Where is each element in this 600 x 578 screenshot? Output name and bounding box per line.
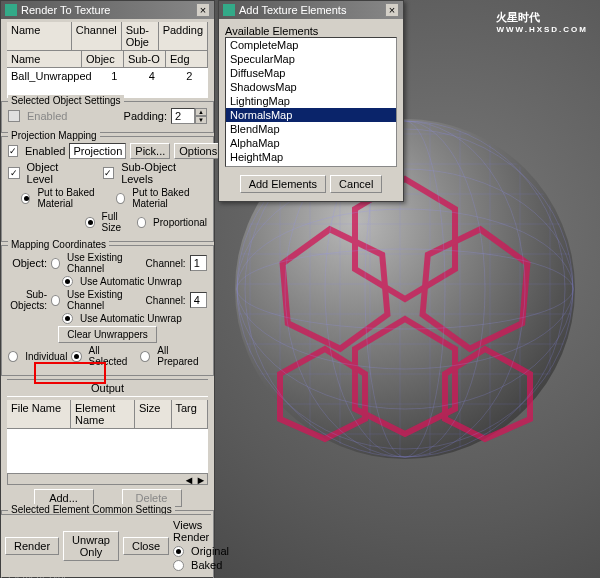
individual-radio[interactable] <box>8 351 18 362</box>
table-row[interactable]: Ball_Unwrapped 1 4 2 <box>7 68 208 84</box>
close-icon[interactable]: × <box>196 3 210 17</box>
close-icon[interactable]: × <box>385 3 399 17</box>
list-item[interactable]: LightingMap <box>226 94 396 108</box>
col-name[interactable]: Name <box>7 22 72 50</box>
enabled-checkbox <box>8 110 20 122</box>
padding-spinner[interactable]: 2 ▲▼ <box>171 108 207 124</box>
elements-listbox[interactable]: CompleteMapSpecularMapDiffuseMapShadowsM… <box>225 37 397 167</box>
unwrap-only-button[interactable]: Unwrap Only <box>63 531 119 561</box>
channel-4-input[interactable]: 4 <box>190 292 207 308</box>
baked-radio[interactable] <box>173 560 184 571</box>
list-item[interactable]: HeightMap <box>226 150 396 164</box>
list-item[interactable]: DiffuseMap <box>226 66 396 80</box>
panel-titlebar[interactable]: Render To Texture × <box>1 1 214 19</box>
output-table: File Name Element Name Size Targ ◄ ► Add… <box>7 400 208 507</box>
table-subheader-row: Name Objec Sub-O Edg <box>7 51 208 68</box>
obj-existing-radio[interactable] <box>51 258 60 269</box>
sub-object-levels-checkbox[interactable] <box>103 167 115 179</box>
scroll-left-icon[interactable]: ◄ <box>183 474 195 484</box>
col-channel[interactable]: Channel <box>72 22 122 50</box>
render-to-texture-panel: Render To Texture × Name Channel Sub-Obj… <box>0 0 215 578</box>
available-elements-label: Available Elements <box>225 25 397 37</box>
original-radio[interactable] <box>173 546 184 557</box>
all-prepared-radio[interactable] <box>140 351 150 362</box>
bottom-bar: Render Unwrap Only Close Views Render Or… <box>1 514 211 577</box>
put-baked-radio-2[interactable] <box>116 193 125 204</box>
subobj-existing-radio[interactable] <box>51 295 60 306</box>
dialog-title: Add Texture Elements <box>239 4 346 16</box>
col-element[interactable]: Element Name <box>71 400 135 428</box>
add-elements-button[interactable]: Add Elements <box>240 175 326 193</box>
objects-table: Name Channel Sub-Obje Padding Name Objec… <box>7 22 208 98</box>
list-item[interactable]: AlphaMap <box>226 136 396 150</box>
list-item[interactable]: NormalsMap <box>226 108 396 122</box>
scroll-right-icon[interactable]: ► <box>195 474 207 484</box>
list-item[interactable]: Ambient Occlusion (MR) <box>226 164 396 167</box>
col-targ[interactable]: Targ <box>172 400 209 428</box>
projection-mapping-group: Projection Mapping Enabled Projection Pi… <box>1 136 214 242</box>
watermark-logo: 火星时代 WWW.HXSD.COM <box>496 8 588 34</box>
clear-unwrappers-button[interactable]: Clear Unwrappers <box>58 326 157 343</box>
all-selected-radio[interactable] <box>71 351 81 362</box>
obj-auto-radio[interactable] <box>62 276 73 287</box>
list-item[interactable]: CompleteMap <box>226 38 396 52</box>
app-icon <box>223 4 235 16</box>
cancel-button[interactable]: Cancel <box>330 175 382 193</box>
projection-enabled-checkbox[interactable] <box>8 145 18 157</box>
channel-1-input[interactable]: 1 <box>190 255 207 271</box>
add-texture-elements-dialog: Add Texture Elements × Available Element… <box>218 0 404 202</box>
col-filename[interactable]: File Name <box>7 400 71 428</box>
col-padding[interactable]: Padding <box>159 22 208 50</box>
put-baked-radio-1[interactable] <box>21 193 30 204</box>
proportional-radio[interactable] <box>137 217 146 228</box>
list-item[interactable]: ShadowsMap <box>226 80 396 94</box>
dialog-titlebar[interactable]: Add Texture Elements × <box>219 1 403 19</box>
projection-dropdown[interactable]: Projection <box>69 143 126 159</box>
object-level-checkbox[interactable] <box>8 167 20 179</box>
highlight-add-button <box>34 362 106 384</box>
list-item[interactable]: SpecularMap <box>226 52 396 66</box>
subobj-auto-radio[interactable] <box>62 313 73 324</box>
render-button[interactable]: Render <box>5 537 59 555</box>
close-button[interactable]: Close <box>123 537 169 555</box>
full-size-radio[interactable] <box>85 217 94 228</box>
selected-object-settings-group: Selected Object Settings Enabled Padding… <box>1 101 214 133</box>
panel-title: Render To Texture <box>21 4 110 16</box>
mapping-coordinates-group: Mapping Coordinates Object: Use Existing… <box>1 245 214 376</box>
app-icon <box>5 4 17 16</box>
pick-button[interactable]: Pick... <box>130 143 170 159</box>
col-size[interactable]: Size <box>135 400 172 428</box>
col-subobj[interactable]: Sub-Obje <box>122 22 159 50</box>
list-item[interactable]: BlendMap <box>226 122 396 136</box>
table-header-row: Name Channel Sub-Obje Padding <box>7 22 208 51</box>
